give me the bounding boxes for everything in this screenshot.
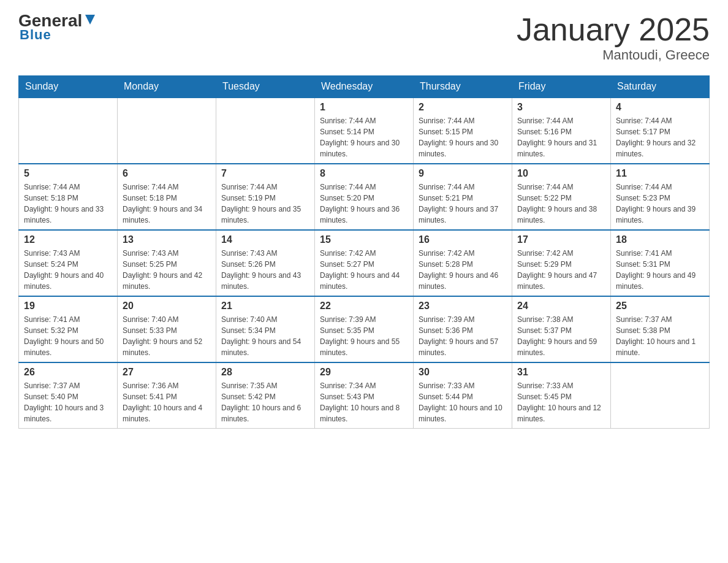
calendar-cell: 1Sunrise: 7:44 AMSunset: 5:14 PMDaylight…	[315, 98, 414, 164]
day-number: 28	[221, 367, 309, 378]
day-info: Sunrise: 7:35 AMSunset: 5:42 PMDaylight:…	[221, 380, 309, 424]
svg-marker-0	[85, 15, 95, 25]
calendar-cell: 7Sunrise: 7:44 AMSunset: 5:19 PMDaylight…	[216, 164, 315, 230]
day-info: Sunrise: 7:44 AMSunset: 5:15 PMDaylight:…	[419, 115, 507, 159]
calendar-cell: 10Sunrise: 7:44 AMSunset: 5:22 PMDayligh…	[512, 164, 611, 230]
col-header-thursday: Thursday	[414, 76, 512, 98]
day-number: 26	[24, 367, 112, 378]
day-info: Sunrise: 7:44 AMSunset: 5:18 PMDaylight:…	[24, 182, 112, 226]
day-number: 5	[24, 168, 112, 179]
calendar-cell	[611, 362, 710, 429]
day-number: 29	[320, 367, 408, 378]
calendar-cell: 22Sunrise: 7:39 AMSunset: 5:35 PMDayligh…	[315, 296, 414, 362]
week-row-5: 26Sunrise: 7:37 AMSunset: 5:40 PMDayligh…	[19, 362, 710, 429]
calendar-cell: 25Sunrise: 7:37 AMSunset: 5:38 PMDayligh…	[611, 296, 710, 362]
day-info: Sunrise: 7:42 AMSunset: 5:29 PMDaylight:…	[517, 248, 605, 292]
calendar-cell: 27Sunrise: 7:36 AMSunset: 5:41 PMDayligh…	[118, 362, 216, 429]
day-number: 24	[517, 301, 605, 312]
day-info: Sunrise: 7:36 AMSunset: 5:41 PMDaylight:…	[123, 380, 211, 424]
logo-blue: Blue	[20, 27, 51, 43]
day-info: Sunrise: 7:44 AMSunset: 5:19 PMDaylight:…	[221, 182, 309, 226]
day-number: 20	[123, 301, 211, 312]
calendar-cell: 15Sunrise: 7:42 AMSunset: 5:27 PMDayligh…	[315, 230, 414, 296]
day-info: Sunrise: 7:33 AMSunset: 5:45 PMDaylight:…	[517, 380, 605, 424]
location: Mantoudi, Greece	[517, 47, 710, 63]
week-row-3: 12Sunrise: 7:43 AMSunset: 5:24 PMDayligh…	[19, 230, 710, 296]
calendar-cell: 14Sunrise: 7:43 AMSunset: 5:26 PMDayligh…	[216, 230, 315, 296]
calendar-table: SundayMondayTuesdayWednesdayThursdayFrid…	[18, 75, 710, 429]
day-info: Sunrise: 7:44 AMSunset: 5:17 PMDaylight:…	[616, 115, 704, 159]
calendar-header-row: SundayMondayTuesdayWednesdayThursdayFrid…	[19, 76, 710, 98]
day-info: Sunrise: 7:44 AMSunset: 5:18 PMDaylight:…	[123, 182, 211, 226]
day-number: 12	[24, 234, 112, 245]
day-number: 25	[616, 301, 704, 312]
calendar-cell: 4Sunrise: 7:44 AMSunset: 5:17 PMDaylight…	[611, 98, 710, 164]
day-number: 27	[123, 367, 211, 378]
calendar-cell	[216, 98, 315, 164]
day-number: 19	[24, 301, 112, 312]
calendar-cell: 18Sunrise: 7:41 AMSunset: 5:31 PMDayligh…	[611, 230, 710, 296]
col-header-wednesday: Wednesday	[315, 76, 414, 98]
day-info: Sunrise: 7:37 AMSunset: 5:40 PMDaylight:…	[24, 380, 112, 424]
day-info: Sunrise: 7:33 AMSunset: 5:44 PMDaylight:…	[419, 380, 507, 424]
calendar-cell: 23Sunrise: 7:39 AMSunset: 5:36 PMDayligh…	[414, 296, 512, 362]
calendar-cell: 28Sunrise: 7:35 AMSunset: 5:42 PMDayligh…	[216, 362, 315, 429]
calendar-cell: 30Sunrise: 7:33 AMSunset: 5:44 PMDayligh…	[414, 362, 512, 429]
calendar-cell: 26Sunrise: 7:37 AMSunset: 5:40 PMDayligh…	[19, 362, 118, 429]
calendar-cell: 3Sunrise: 7:44 AMSunset: 5:16 PMDaylight…	[512, 98, 611, 164]
day-number: 13	[123, 234, 211, 245]
day-info: Sunrise: 7:37 AMSunset: 5:38 PMDaylight:…	[616, 314, 704, 358]
day-number: 11	[616, 168, 704, 179]
day-info: Sunrise: 7:44 AMSunset: 5:20 PMDaylight:…	[320, 182, 408, 226]
day-number: 9	[419, 168, 507, 179]
day-info: Sunrise: 7:43 AMSunset: 5:25 PMDaylight:…	[123, 248, 211, 292]
calendar-cell: 20Sunrise: 7:40 AMSunset: 5:33 PMDayligh…	[118, 296, 216, 362]
week-row-1: 1Sunrise: 7:44 AMSunset: 5:14 PMDaylight…	[19, 98, 710, 164]
calendar-cell: 19Sunrise: 7:41 AMSunset: 5:32 PMDayligh…	[19, 296, 118, 362]
calendar-cell: 6Sunrise: 7:44 AMSunset: 5:18 PMDaylight…	[118, 164, 216, 230]
logo-triangle-icon	[83, 13, 97, 26]
day-number: 15	[320, 234, 408, 245]
title-section: January 2025 Mantoudi, Greece	[517, 12, 710, 63]
day-number: 4	[616, 102, 704, 113]
day-number: 3	[517, 102, 605, 113]
day-info: Sunrise: 7:40 AMSunset: 5:34 PMDaylight:…	[221, 314, 309, 358]
week-row-4: 19Sunrise: 7:41 AMSunset: 5:32 PMDayligh…	[19, 296, 710, 362]
day-number: 22	[320, 301, 408, 312]
month-title: January 2025	[517, 12, 710, 47]
calendar-cell: 31Sunrise: 7:33 AMSunset: 5:45 PMDayligh…	[512, 362, 611, 429]
day-info: Sunrise: 7:39 AMSunset: 5:36 PMDaylight:…	[419, 314, 507, 358]
col-header-friday: Friday	[512, 76, 611, 98]
calendar-cell: 16Sunrise: 7:42 AMSunset: 5:28 PMDayligh…	[414, 230, 512, 296]
day-info: Sunrise: 7:39 AMSunset: 5:35 PMDaylight:…	[320, 314, 408, 358]
col-header-tuesday: Tuesday	[216, 76, 315, 98]
day-info: Sunrise: 7:40 AMSunset: 5:33 PMDaylight:…	[123, 314, 211, 358]
calendar-cell: 2Sunrise: 7:44 AMSunset: 5:15 PMDaylight…	[414, 98, 512, 164]
week-row-2: 5Sunrise: 7:44 AMSunset: 5:18 PMDaylight…	[19, 164, 710, 230]
day-number: 8	[320, 168, 408, 179]
day-info: Sunrise: 7:43 AMSunset: 5:26 PMDaylight:…	[221, 248, 309, 292]
page-header: General Blue January 2025 Mantoudi, Gree…	[18, 12, 710, 63]
day-number: 23	[419, 301, 507, 312]
day-info: Sunrise: 7:42 AMSunset: 5:27 PMDaylight:…	[320, 248, 408, 292]
day-info: Sunrise: 7:38 AMSunset: 5:37 PMDaylight:…	[517, 314, 605, 358]
day-number: 1	[320, 102, 408, 113]
calendar-cell	[118, 98, 216, 164]
day-number: 17	[517, 234, 605, 245]
day-info: Sunrise: 7:42 AMSunset: 5:28 PMDaylight:…	[419, 248, 507, 292]
day-info: Sunrise: 7:34 AMSunset: 5:43 PMDaylight:…	[320, 380, 408, 424]
calendar-cell	[19, 98, 118, 164]
calendar-cell: 11Sunrise: 7:44 AMSunset: 5:23 PMDayligh…	[611, 164, 710, 230]
calendar-cell: 5Sunrise: 7:44 AMSunset: 5:18 PMDaylight…	[19, 164, 118, 230]
day-number: 7	[221, 168, 309, 179]
day-number: 10	[517, 168, 605, 179]
day-number: 16	[419, 234, 507, 245]
day-info: Sunrise: 7:43 AMSunset: 5:24 PMDaylight:…	[24, 248, 112, 292]
day-info: Sunrise: 7:44 AMSunset: 5:22 PMDaylight:…	[517, 182, 605, 226]
day-number: 2	[419, 102, 507, 113]
calendar-cell: 12Sunrise: 7:43 AMSunset: 5:24 PMDayligh…	[19, 230, 118, 296]
calendar-cell: 24Sunrise: 7:38 AMSunset: 5:37 PMDayligh…	[512, 296, 611, 362]
day-info: Sunrise: 7:41 AMSunset: 5:31 PMDaylight:…	[616, 248, 704, 292]
logo: General Blue	[18, 12, 97, 43]
day-info: Sunrise: 7:44 AMSunset: 5:14 PMDaylight:…	[320, 115, 408, 159]
